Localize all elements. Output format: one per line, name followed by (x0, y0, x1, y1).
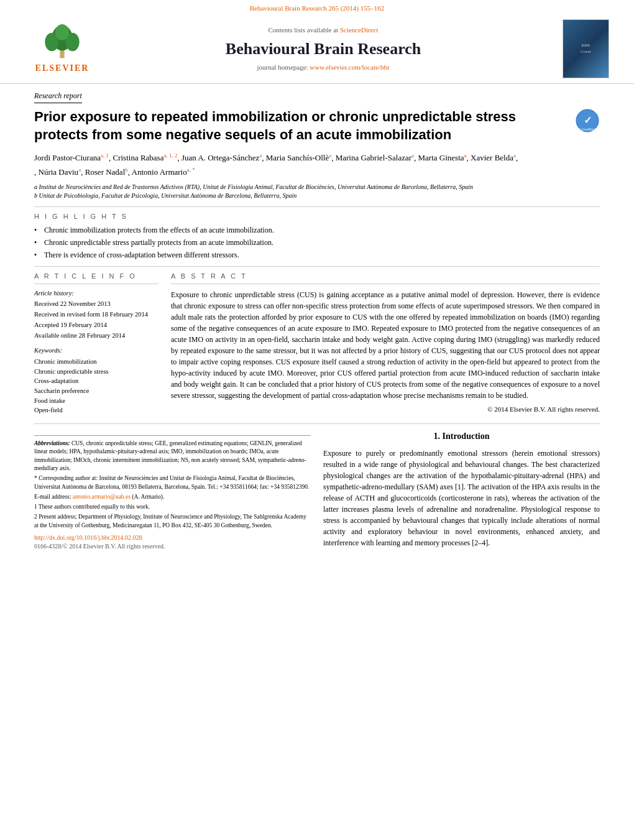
author-sup-a5: a (513, 152, 516, 159)
keyword-1: Chronic immobilization (34, 358, 158, 367)
crossmark-badge: ✓ CrossMark (575, 108, 600, 133)
issn-line: 0166-4328/© 2014 Elsevier B.V. All right… (34, 542, 311, 551)
title-area: Prior exposure to repeated immobilizatio… (34, 108, 600, 144)
body-right-column: 1. Introduction Exposure to purely or pr… (323, 430, 600, 552)
highlight-item-2: Chronic unpredictable stress partially p… (34, 238, 600, 248)
affiliation-b: b Unitat de Psicobiologia, Facultat de P… (34, 192, 600, 200)
body-columns: Abbreviations: CUS, chronic unpredictabl… (34, 430, 600, 552)
abstract-heading: A B S T R A C T (171, 272, 600, 284)
keyword-4: Saccharin preference (34, 387, 158, 396)
journal-reference: Behavioural Brain Research 265 (2014) 15… (250, 4, 385, 12)
svg-text:✓: ✓ (584, 115, 592, 126)
footnote-2: 2 Present address; Department of Physiol… (34, 513, 311, 530)
accepted-date: Accepted 19 February 2014 (34, 321, 158, 330)
divider-1 (34, 206, 600, 207)
abbreviations-content: CUS, chronic unpredictable stress; GEE, … (34, 440, 306, 471)
author-sup-1: a, 1 (101, 152, 109, 159)
journal-homepage: journal homepage: www.elsevier.com/locat… (99, 63, 547, 72)
journal-title: Behavioural Brain Research (99, 38, 547, 60)
article-history: Article history: Received 22 November 20… (34, 289, 158, 340)
elsevier-logo-area: ELSEVIER (25, 24, 99, 75)
affiliation-a: a Institut de Neurociències and Red de T… (34, 183, 600, 192)
journal-cover-area: BBRCover (547, 19, 609, 78)
email-paren: (A. Armario). (132, 494, 164, 500)
divider-2 (34, 266, 600, 267)
article-title: Prior exposure to repeated immobilizatio… (34, 108, 569, 144)
elsevier-text: ELSEVIER (35, 62, 90, 75)
sciencedirect-anchor[interactable]: ScienceDirect (340, 26, 379, 34)
highlight-item-1: Chronic immobilization protects from the… (34, 225, 600, 236)
report-label: Research report (34, 91, 82, 103)
keyword-5: Food intake (34, 397, 158, 406)
authors-line: Jordi Pastor-Ciuranaa, 1, Cristina Rabas… (34, 151, 600, 178)
journal-reference-bar: Behavioural Brain Research 265 (2014) 15… (0, 0, 634, 14)
crossmark-icon: ✓ CrossMark (576, 109, 599, 132)
page-wrapper: Behavioural Brain Research 265 (2014) 15… (0, 0, 634, 571)
divider-3 (34, 423, 600, 424)
keywords-section: Keywords: Chronic immobilization Chronic… (34, 346, 158, 415)
abstract-column: A B S T R A C T Exposure to chronic unpr… (171, 272, 600, 416)
abbreviations-text: Abbreviations: CUS, chronic unpredictabl… (34, 440, 311, 473)
email-link[interactable]: antonio.armario@uab.es (73, 494, 131, 500)
highlights-section: H I G H L I G H T S Chronic immobilizati… (34, 212, 600, 261)
corresponding-author-text: * Corresponding author at: Institut de N… (34, 474, 311, 491)
highlights-heading: H I G H L I G H T S (34, 212, 600, 221)
sciencedirect-link: Contents lists available at ScienceDirec… (99, 25, 547, 35)
journal-cover-image: BBRCover (563, 19, 609, 78)
received-revised-date: Received in revised form 18 February 201… (34, 310, 158, 320)
highlight-item-3: There is evidence of cross-adaptation be… (34, 250, 600, 261)
author-sup-2: a, 1, 2 (163, 152, 177, 159)
abbreviations-label: Abbreviations: (34, 440, 70, 446)
history-label: Article history: (34, 289, 158, 298)
article-info-column: A R T I C L E I N F O Article history: R… (34, 272, 158, 416)
journal-header: ELSEVIER Contents lists available at Sci… (0, 14, 634, 84)
journal-homepage-link[interactable]: www.elsevier.com/locate/bbr (310, 63, 389, 71)
introduction-paragraph-1: Exposure to purely or predominantly emot… (323, 448, 600, 548)
doi-link[interactable]: http://dx.doi.org/10.1016/j.bbr.2014.02.… (34, 534, 142, 541)
keyword-2: Chronic unpredictable stress (34, 367, 158, 377)
abstract-paragraph: Exposure to chronic unpredictable stress… (171, 289, 600, 401)
keywords-label: Keywords: (34, 346, 158, 356)
elsevier-logo: ELSEVIER (25, 24, 99, 75)
email-address-line: E-mail address: antonio.armario@uab.es (… (34, 493, 311, 501)
doi-line: http://dx.doi.org/10.1016/j.bbr.2014.02.… (34, 533, 311, 542)
received-date: Received 22 November 2013 (34, 300, 158, 309)
copyright-notice: © 2014 Elsevier B.V. All rights reserved… (171, 405, 600, 414)
abstract-text: Exposure to chronic unpredictable stress… (171, 289, 600, 401)
corresponding-label: * Corresponding author at: (34, 475, 98, 481)
email-label: E-mail address: (34, 494, 71, 500)
introduction-heading: 1. Introduction (323, 430, 600, 443)
journal-title-area: Contents lists available at ScienceDirec… (99, 25, 547, 72)
info-abstract-section: A R T I C L E I N F O Article history: R… (34, 272, 600, 416)
footnotes-section: Abbreviations: CUS, chronic unpredictabl… (34, 435, 311, 530)
available-online-date: Available online 28 February 2014 (34, 331, 158, 341)
keyword-6: Open-field (34, 406, 158, 415)
author-sup-astar: a, * (187, 167, 195, 173)
article-info-heading: A R T I C L E I N F O (34, 272, 158, 284)
introduction-text: Exposure to purely or predominantly emot… (323, 448, 600, 548)
svg-rect-0 (60, 50, 64, 58)
highlights-list: Chronic immobilization protects from the… (34, 225, 600, 260)
keyword-3: Cross-adaptation (34, 377, 158, 386)
affiliations: a Institut de Neurociències and Red de T… (34, 183, 600, 200)
svg-text:CrossMark: CrossMark (578, 127, 597, 131)
body-left-column: Abbreviations: CUS, chronic unpredictabl… (34, 430, 311, 552)
main-content: Research report Prior exposure to repeat… (0, 84, 634, 558)
footnote-1: 1 These authors contributed equally to t… (34, 503, 311, 511)
svg-point-4 (55, 24, 69, 40)
elsevier-tree-icon (37, 24, 87, 61)
